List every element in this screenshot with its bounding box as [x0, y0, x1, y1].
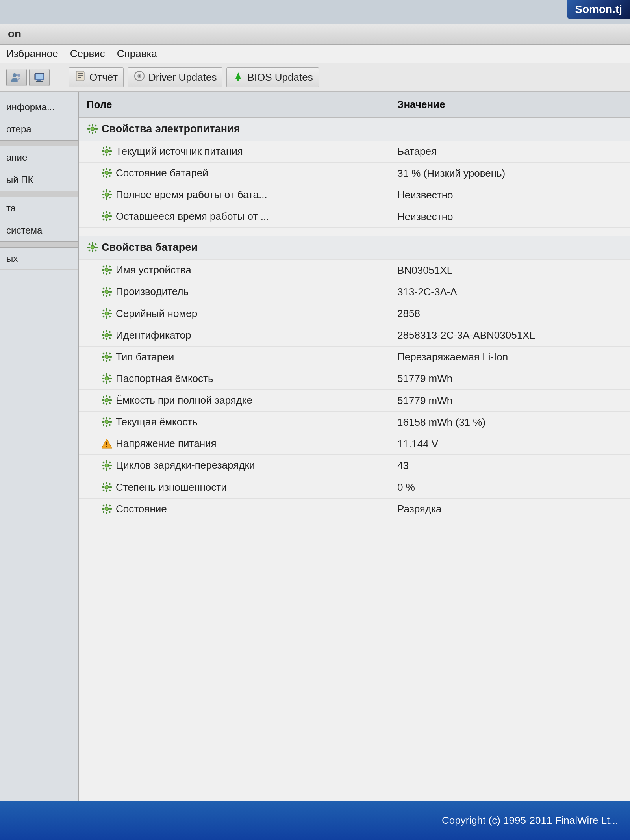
footer-bar: Copyright (c) 1995-2011 FinalWire Lt... — [0, 801, 630, 840]
field-cell: Идентификатор — [79, 325, 389, 346]
table-spacer — [79, 520, 630, 678]
field-cell: Серийный номер — [79, 303, 389, 325]
svg-rect-113 — [109, 337, 111, 339]
table-row: Идентификатор 2858313-2C-3A-ABN03051XL — [79, 325, 630, 346]
sidebar-item-2[interactable]: ание — [0, 146, 78, 169]
sidebar-item-4[interactable]: та — [0, 197, 78, 219]
value-cell: 2858313-2C-3A-ABN03051XL — [389, 325, 630, 346]
svg-rect-48 — [102, 194, 104, 195]
svg-point-104 — [106, 312, 108, 315]
value-cell: 51779 mWh — [389, 368, 630, 389]
driver-updates-button[interactable]: Driver Updates — [128, 67, 222, 87]
value-text: 43 — [397, 460, 409, 471]
svg-rect-49 — [109, 194, 112, 195]
svg-rect-56 — [106, 211, 107, 213]
table-row: Свойства электропитания — [79, 117, 630, 141]
field-label: Оставшееся время работы от ... — [116, 210, 269, 222]
svg-rect-179 — [106, 512, 107, 514]
field-label: Тип батареи — [116, 351, 174, 363]
toolbar: Отчёт Driver Updates BIOS Updates — [0, 63, 630, 92]
value-text: Разрядка — [397, 503, 441, 515]
svg-rect-137 — [106, 403, 107, 405]
menu-favorites[interactable]: Избранное — [6, 48, 58, 60]
field-label: Степень изношенности — [116, 481, 227, 493]
table-row: Серийный номер 2858 — [79, 303, 630, 325]
toolbar-separator-1 — [61, 70, 61, 85]
table-row: Состояние Разрядка — [79, 498, 630, 520]
svg-rect-150 — [102, 417, 105, 420]
svg-rect-70 — [88, 243, 91, 245]
svg-marker-13 — [235, 72, 241, 79]
svg-rect-163 — [109, 461, 111, 464]
field-label: Состояние батарей — [116, 167, 208, 179]
value-cell: 0 % — [389, 477, 630, 498]
svg-point-0 — [13, 73, 17, 77]
sidebar-item-5[interactable]: система — [0, 219, 78, 241]
svg-rect-38 — [102, 172, 104, 174]
svg-rect-123 — [109, 359, 111, 361]
value-text: 0 % — [397, 481, 415, 493]
brand-bar: Somon.tj — [567, 0, 630, 19]
sidebar-item-1[interactable]: отера — [0, 118, 78, 140]
svg-rect-120 — [102, 352, 105, 355]
svg-rect-51 — [109, 190, 111, 193]
svg-rect-78 — [102, 269, 104, 271]
field-cell: Степень изношенности — [79, 477, 389, 498]
svg-rect-66 — [92, 242, 93, 245]
value-cell: 43 — [389, 455, 630, 477]
svg-rect-59 — [109, 215, 112, 217]
menu-service[interactable]: Сервис — [70, 48, 105, 60]
field-cell: ! Напряжение питания — [79, 433, 389, 455]
svg-rect-41 — [109, 169, 111, 171]
toolbar-icon-users[interactable] — [6, 69, 27, 86]
value-cell: Батарея — [389, 141, 630, 162]
svg-rect-83 — [109, 272, 111, 274]
bios-updates-button[interactable]: BIOS Updates — [226, 67, 319, 87]
svg-rect-40 — [102, 169, 105, 171]
table-row: Свойства батареи — [79, 236, 630, 259]
svg-rect-4 — [37, 80, 41, 81]
svg-rect-87 — [106, 295, 107, 297]
svg-rect-61 — [109, 212, 111, 215]
svg-rect-57 — [106, 219, 107, 221]
sidebar-divider-2 — [0, 191, 78, 197]
field-cell: Текущий источник питания — [79, 141, 389, 162]
toolbar-icon-computer[interactable] — [29, 69, 50, 86]
table-row: Тип батареи Перезаряжаемая Li-Ion — [79, 346, 630, 368]
svg-rect-88 — [102, 291, 104, 293]
svg-rect-27 — [106, 154, 107, 156]
svg-rect-142 — [102, 402, 105, 404]
report-icon — [74, 70, 86, 85]
svg-rect-159 — [106, 468, 107, 471]
svg-rect-100 — [102, 309, 105, 312]
sidebar-item-0[interactable]: информа... — [0, 96, 78, 118]
svg-rect-58 — [102, 215, 104, 217]
report-button[interactable]: Отчёт — [69, 67, 124, 87]
table-row: Производитель 313-2C-3A-A — [79, 281, 630, 303]
svg-rect-153 — [109, 424, 111, 426]
sidebar-item-6[interactable]: ых — [0, 248, 78, 270]
svg-rect-77 — [106, 273, 107, 275]
svg-rect-18 — [87, 128, 90, 130]
svg-rect-110 — [102, 331, 105, 333]
svg-rect-160 — [102, 465, 104, 466]
svg-point-84 — [106, 269, 108, 271]
svg-rect-37 — [106, 176, 107, 178]
field-cell: Паспортная ёмкость — [79, 368, 389, 389]
svg-point-64 — [106, 215, 108, 217]
svg-rect-133 — [109, 380, 111, 383]
value-cell: 51779 mWh — [389, 390, 630, 412]
menu-help[interactable]: Справка — [117, 48, 157, 60]
svg-rect-63 — [109, 219, 111, 221]
svg-rect-29 — [109, 150, 112, 152]
sidebar-divider-3 — [0, 241, 78, 248]
svg-point-1 — [17, 74, 20, 77]
svg-rect-173 — [109, 483, 111, 485]
svg-rect-107 — [106, 338, 107, 340]
svg-point-124 — [106, 356, 108, 358]
svg-rect-172 — [102, 483, 105, 485]
sidebar-item-3[interactable]: ый ПК — [0, 169, 78, 191]
field-label: Текущий источник питания — [116, 145, 243, 157]
svg-rect-22 — [88, 131, 91, 133]
svg-rect-33 — [109, 153, 111, 156]
